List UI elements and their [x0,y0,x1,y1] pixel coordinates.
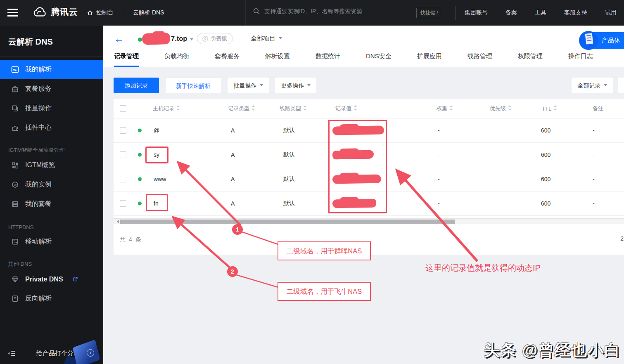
table-row: www A 默认 - 600 - [114,167,624,191]
search-input[interactable] [264,8,401,14]
sort-icon[interactable] [354,105,357,112]
copy-stack-icon [11,104,19,112]
sidebar-item-my-resolutions[interactable]: w. 我的解析 [0,60,103,79]
external-link-icon [73,277,78,282]
sort-icon[interactable] [553,105,557,112]
current-product-link[interactable]: 云解析 DNS [133,9,164,17]
sidebar-footer[interactable]: 给产品打个分 › [0,343,103,364]
search-records-partial[interactable] [618,78,624,93]
tab-operation-log[interactable]: 操作日志 [568,52,593,67]
tab-record-management[interactable]: 记录管理 [114,52,139,67]
record-value-redaction [332,174,381,184]
line-type: 默认 [283,127,295,134]
sidebar-item-batch-operations[interactable]: 批量操作 [0,99,103,118]
page-size-partial[interactable]: 2 [620,235,624,242]
cloud-logo-icon [32,7,47,17]
menu-support[interactable]: 客服支持 [564,9,587,17]
sort-icon[interactable] [508,105,512,112]
callout-fnos: 二级域名，用于飞牛NAS [278,282,371,301]
note-value: - [593,200,595,207]
select-all-checkbox[interactable] [120,105,126,112]
sidebar-item-plugin-center[interactable]: 插件中心 [0,118,103,137]
sidebar-item-plan-service[interactable]: 套餐服务 [0,79,103,99]
weight-value: - [438,127,440,134]
cube-check-icon [11,181,19,189]
scrollbar-thumb[interactable] [120,220,455,224]
brand-logo[interactable]: 腾讯云 [32,6,78,18]
menu-icp[interactable]: 备案 [505,9,517,17]
column-value: 记录值 [335,105,351,112]
shopping-bag-icon [11,85,19,93]
row-checkbox[interactable] [120,200,126,207]
hamburger-menu-icon[interactable] [7,9,18,17]
ttl-value: 600 [541,200,550,207]
sort-icon[interactable] [251,105,255,112]
sort-icon[interactable] [176,105,180,112]
record-value-redaction [332,150,374,160]
horizontal-scrollbar[interactable] [114,218,624,224]
record-toolbar: 添加记录 新手快速解析 批量操作 更多操作 全部记录 [114,78,624,93]
domain-redaction-scribble [142,33,171,45]
column-type: 记录类型 [228,105,249,112]
column-ttl: TTL [542,106,551,112]
tab-permission-management[interactable]: 权限管理 [518,52,543,67]
sidebar-item-reverse-resolution[interactable]: 反向解析 [0,289,103,308]
sidebar-item-mobile-resolution[interactable]: 移动解析 [0,232,103,251]
navbar-divider [456,6,456,20]
chevron-right-icon[interactable]: › [87,349,94,357]
navbar-divider [124,9,124,17]
host-record: www [154,176,166,182]
domain-row: ← 7.top 免费版 全部项目 [103,32,624,48]
sort-icon[interactable] [449,105,453,112]
dynamic-ip-note: 这里的记录值就是获得的动态IP [425,262,541,274]
sidebar-item-igtm-overview[interactable]: IGTM概览 [0,156,103,175]
home-icon [87,9,93,16]
rate-product-label[interactable]: 给产品打个分 [36,350,74,357]
record-filter-dropdown[interactable]: 全部记录 [572,78,613,93]
product-experience-banner[interactable]: 产品体 [580,32,624,49]
more-operations-dropdown[interactable]: 更多操作 [275,78,316,93]
host-record: sy [154,151,159,158]
tab-dns-security[interactable]: DNS安全 [366,52,391,67]
tab-resolution-settings[interactable]: 解析设置 [265,52,290,67]
plan-badge[interactable]: 免费版 [197,33,233,44]
ttl-value: 600 [541,127,550,134]
gem-badge-icon [202,36,208,42]
host-record: @ [154,127,159,134]
tab-statistics[interactable]: 数据统计 [316,52,340,67]
note-value: - [593,176,595,182]
row-checkbox[interactable] [120,176,126,182]
sidebar-item-my-instances[interactable]: 我的实例 [0,175,103,194]
tab-extensions[interactable]: 扩展应用 [417,52,442,67]
batch-operation-dropdown[interactable]: 批量操作 [228,78,269,93]
tab-load-balancing[interactable]: 负载均衡 [164,52,189,67]
sidebar-item-my-plans[interactable]: 我的套餐 [0,194,103,214]
back-arrow-icon[interactable]: ← [114,33,124,45]
tab-line-management[interactable]: 线路管理 [467,52,492,67]
tab-plan-service[interactable]: 套餐服务 [215,52,240,67]
row-checkbox[interactable] [120,151,126,158]
row-checkbox[interactable] [120,127,126,134]
collapse-sidebar-icon[interactable] [7,350,16,357]
menu-group-account[interactable]: 集团账号 [465,9,488,17]
sidebar-item-private-dns[interactable]: Private DNS [0,269,103,289]
sort-icon[interactable] [303,105,307,112]
column-weight: 权重 [437,105,447,112]
chevron-down-icon [604,84,607,88]
project-filter-dropdown[interactable]: 全部项目 [251,35,282,43]
survey-doc-icon [585,33,593,45]
step-badge-2: 2 [227,266,238,277]
record-status-dot [138,202,142,206]
total-count: 共 4 条 [120,236,142,243]
menu-tools[interactable]: 工具 [535,9,546,17]
console-link[interactable]: 控制台 [87,9,114,17]
page-header: ← 7.top 免费版 全部项目 产品体 记录管理 负载均衡 套餐服务 解析设置… [103,26,624,67]
chevron-down-icon[interactable] [190,38,193,42]
quick-resolution-button[interactable]: 新手快速解析 [165,78,221,93]
shortcut-key-badge: 快捷键 / [416,8,442,18]
add-record-button[interactable]: 添加记录 [114,78,159,93]
scroll-left-arrow-icon[interactable] [115,220,119,223]
ttl-value: 600 [541,151,550,158]
domain-name[interactable]: 7.top [171,35,187,43]
menu-trial[interactable]: 试用 [605,9,617,17]
